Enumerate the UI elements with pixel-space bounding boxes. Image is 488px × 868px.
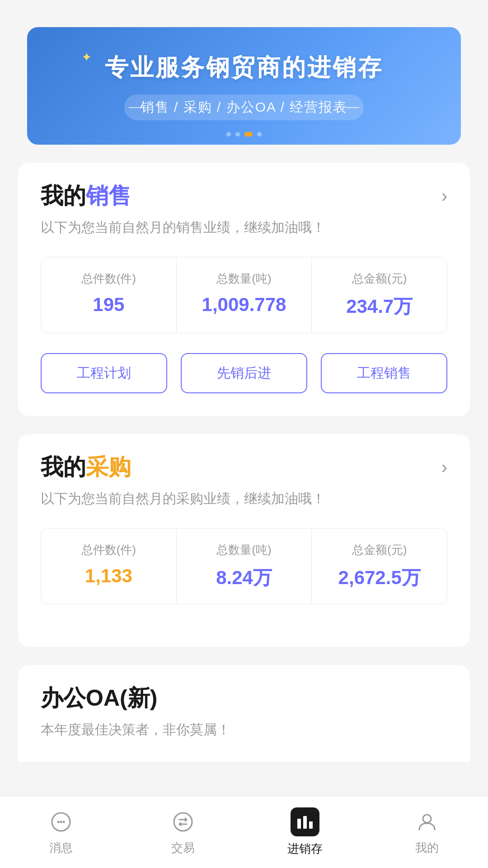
- purchase-stat-count-value: 1,133: [85, 565, 132, 587]
- oa-title: 办公OA(新): [41, 683, 447, 713]
- sales-stat-quantity: 总数量(吨) 1,009.778: [177, 257, 312, 333]
- svg-rect-6: [303, 816, 307, 829]
- purchase-stat-amount-value: 2,672.5万: [338, 565, 421, 590]
- purchase-stats-row: 总件数(件) 1,133 总数量(吨) 8.24万 总金额(元) 2,672.5…: [41, 528, 447, 604]
- oa-section: 办公OA(新) 本年度最佳决策者，非你莫属！: [18, 665, 470, 762]
- svg-rect-5: [297, 819, 301, 829]
- banner-dots: [226, 132, 262, 137]
- sales-subtitle: 以下为您当前自然月的销售业绩，继续加油哦！: [41, 218, 447, 237]
- engineering-sales-button[interactable]: 工程销售: [321, 353, 447, 393]
- sales-section: 我的销售 › 以下为您当前自然月的销售业绩，继续加油哦！ 总件数(件) 195 …: [18, 163, 470, 416]
- banner-title: 专业服务钢贸商的进销存: [105, 52, 383, 84]
- svg-point-8: [423, 815, 431, 823]
- nav-item-trade[interactable]: 交易: [147, 808, 219, 856]
- purchase-title: 我的采购: [41, 452, 131, 482]
- purchase-subtitle: 以下为您当前自然月的采购业绩，继续加油哦！: [41, 490, 447, 508]
- nav-label-trade: 交易: [171, 840, 195, 856]
- sell-first-button[interactable]: 先销后进: [181, 353, 307, 393]
- purchase-stat-quantity-value: 8.24万: [216, 565, 272, 590]
- sales-section-header: 我的销售 ›: [41, 181, 447, 211]
- messages-icon: [47, 808, 75, 835]
- bottom-nav: 消息 交易 进销存: [0, 796, 488, 868]
- sales-title: 我的销售: [41, 181, 131, 211]
- purchase-title-prefix: 我的: [41, 454, 86, 480]
- sales-stat-count-value: 195: [93, 294, 124, 316]
- nav-item-messages[interactable]: 消息: [25, 808, 97, 856]
- banner-dot-3: [244, 132, 253, 137]
- sales-stat-amount: 总金额(元) 234.7万: [312, 257, 447, 333]
- banner-dot-2: [235, 132, 240, 137]
- engineering-plan-button[interactable]: 工程计划: [41, 353, 167, 393]
- svg-point-4: [174, 813, 192, 831]
- purchase-stat-count-label: 总件数(件): [81, 542, 136, 558]
- banner-subtitle-text: 销售 / 采购 / 办公OA / 经营报表: [141, 98, 348, 117]
- sales-buttons-row: 工程计划 先销后进 工程销售: [41, 353, 447, 393]
- inventory-icon-bg: [291, 807, 319, 836]
- purchase-stat-quantity: 总数量(吨) 8.24万: [177, 528, 312, 604]
- sales-chevron-icon[interactable]: ›: [441, 186, 447, 206]
- nav-item-inventory[interactable]: 进销存: [269, 807, 341, 857]
- sales-stat-amount-value: 234.7万: [346, 294, 413, 319]
- purchase-section: 我的采购 › 以下为您当前自然月的采购业绩，继续加油哦！ 总件数(件) 1,13…: [18, 434, 470, 647]
- svg-point-1: [57, 821, 60, 823]
- banner-dot-4: [257, 132, 262, 137]
- sales-stats-row: 总件数(件) 195 总数量(吨) 1,009.778 总金额(元) 234.7…: [41, 257, 447, 333]
- purchase-chevron-icon[interactable]: ›: [441, 457, 447, 477]
- sales-stat-quantity-value: 1,009.778: [202, 294, 286, 316]
- nav-label-inventory: 进销存: [287, 841, 323, 857]
- sales-title-highlight: 销售: [86, 183, 131, 208]
- nav-item-profile[interactable]: 我的: [391, 808, 463, 856]
- purchase-stat-amount: 总金额(元) 2,672.5万: [312, 528, 447, 604]
- purchase-title-highlight: 采购: [86, 454, 131, 480]
- profile-icon: [413, 808, 441, 835]
- nav-label-profile: 我的: [415, 840, 439, 856]
- banner-subtitle: 销售 / 采购 / 办公OA / 经营报表: [124, 94, 364, 120]
- purchase-stat-quantity-label: 总数量(吨): [216, 542, 271, 558]
- sales-title-prefix: 我的: [41, 183, 86, 208]
- sales-stat-quantity-label: 总数量(吨): [216, 271, 271, 287]
- purchase-section-header: 我的采购 ›: [41, 452, 447, 482]
- sales-stat-count-label: 总件数(件): [81, 271, 136, 287]
- banner-dot-1: [226, 132, 231, 137]
- purchase-stat-amount-label: 总金额(元): [352, 542, 407, 558]
- svg-point-2: [60, 821, 62, 823]
- svg-rect-7: [309, 821, 313, 829]
- sales-stat-count: 总件数(件) 195: [41, 257, 177, 333]
- oa-subtitle: 本年度最佳决策者，非你莫属！: [41, 721, 447, 739]
- svg-point-3: [63, 821, 65, 823]
- trade-icon: [169, 808, 197, 835]
- purchase-stat-count: 总件数(件) 1,133: [41, 528, 177, 604]
- banner-star-icon: ✦: [81, 50, 92, 65]
- nav-label-messages: 消息: [49, 840, 73, 856]
- sales-stat-amount-label: 总金额(元): [352, 271, 407, 287]
- banner: ✦ 专业服务钢贸商的进销存 销售 / 采购 / 办公OA / 经营报表: [27, 27, 461, 145]
